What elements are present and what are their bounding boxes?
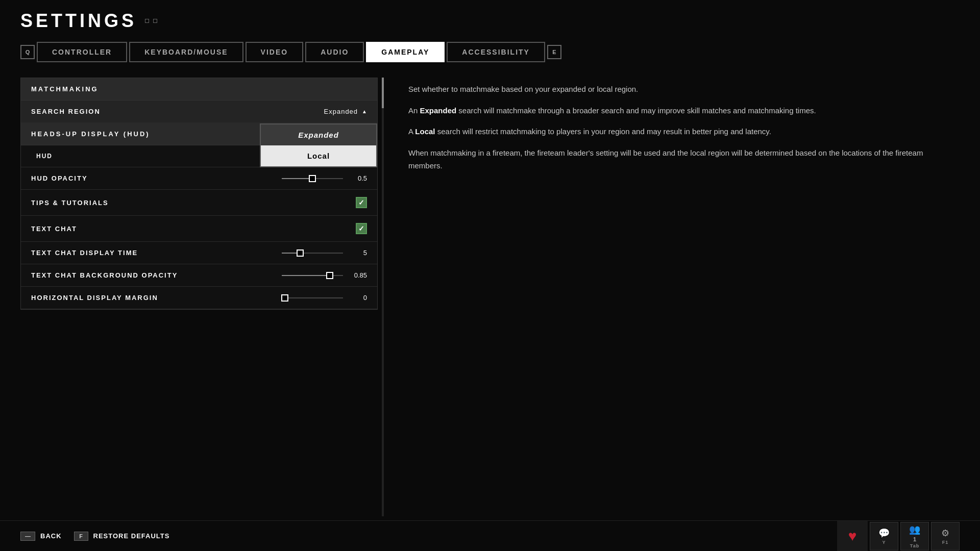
tips-tutorials-checkbox[interactable]: ✓ [356, 197, 367, 208]
info-expanded-bold: Expanded [420, 106, 457, 115]
text-chat-control: ✓ [356, 223, 367, 234]
scrollbar-thumb[interactable] [382, 78, 384, 108]
bottom-left-actions: — Back F Restore Defaults [20, 532, 169, 541]
hud-chat-button[interactable]: 💬 Y [870, 522, 898, 550]
player-count: 1 [913, 536, 916, 542]
content-area: MATCHMAKING SEARCH REGION Expanded ▲ Exp [20, 78, 960, 516]
search-region-control: Expanded ▲ Expanded Local [324, 108, 367, 115]
dropdown-option-expanded[interactable]: Expanded [261, 124, 376, 145]
restore-key-icon: F [74, 532, 88, 541]
info-line-2: An Expanded search will matchmake throug… [408, 104, 949, 117]
back-label: Back [40, 532, 62, 540]
hud-opacity-control: 0.5 [282, 174, 367, 182]
text-chat-bg-opacity-control: 0.85 [282, 271, 367, 279]
players-key: Tab [910, 543, 919, 548]
title-dot-1 [145, 19, 149, 23]
horizontal-display-margin-label: HORIZONTAL DISPLAY MARGIN [31, 294, 158, 302]
info-line-4: When matchmaking in a fireteam, the fire… [408, 146, 949, 172]
gear-icon: ⚙ [941, 528, 949, 539]
horizontal-display-margin-track[interactable] [282, 297, 343, 298]
search-region-popup: Expanded Local [260, 123, 377, 167]
info-line-1: Set whether to matchmake based on your e… [408, 83, 949, 96]
left-nav-key: Q [20, 45, 35, 59]
section-matchmaking: MATCHMAKING [21, 78, 377, 101]
hud-opacity-fill [282, 178, 312, 179]
hud-opacity-label: HUD OPACITY [31, 174, 88, 182]
setting-text-chat: TEXT CHAT ✓ [21, 216, 377, 242]
text-chat-checkmark: ✓ [358, 224, 364, 233]
chat-icon: 💬 [878, 528, 890, 539]
text-chat-bg-opacity-fill [282, 275, 330, 276]
nav-tabs: Q CONTROLLER KEYBOARD/MOUSE VIDEO AUDIO … [20, 42, 960, 62]
setting-text-chat-display-time: TEXT CHAT DISPLAY TIME 5 [21, 242, 377, 264]
dropdown-arrow-icon: ▲ [362, 109, 367, 114]
scrollbar[interactable] [382, 78, 384, 516]
text-chat-display-time-control: 5 [282, 249, 367, 257]
search-region-label: SEARCH REGION [31, 108, 101, 115]
setting-search-region[interactable]: SEARCH REGION Expanded ▲ Expanded [21, 101, 377, 123]
hud-settings-button[interactable]: ⚙ F1 [931, 522, 960, 550]
info-panel: Set whether to matchmake based on your e… [398, 78, 960, 516]
restore-defaults-action[interactable]: F Restore Defaults [74, 532, 170, 541]
title-text: SETTINGS [20, 10, 137, 32]
text-chat-display-time-value: 5 [349, 249, 367, 257]
tab-keyboard-mouse[interactable]: KEYBOARD/MOUSE [129, 42, 243, 62]
horizontal-display-margin-control: 0 [282, 294, 367, 302]
tab-gameplay[interactable]: GAMEPLAY [366, 42, 445, 62]
players-icon: 👥 [909, 524, 920, 535]
hud-opacity-thumb[interactable] [309, 175, 316, 182]
tips-tutorials-label: TIPS & TUTORIALS [31, 199, 109, 207]
horizontal-display-margin-thumb[interactable] [281, 294, 288, 302]
setting-hud-opacity: HUD OPACITY 0.5 [21, 167, 377, 190]
info-line-3: A Local search will restrict matchmaking… [408, 125, 949, 138]
text-chat-checkbox[interactable]: ✓ [356, 223, 367, 234]
text-chat-label: TEXT CHAT [31, 225, 77, 233]
back-action[interactable]: — Back [20, 532, 62, 541]
text-chat-bg-opacity-track[interactable] [282, 275, 343, 276]
setting-tips-tutorials: TIPS & TUTORIALS ✓ [21, 190, 377, 216]
dropdown-option-local[interactable]: Local [261, 145, 376, 166]
text-chat-bg-opacity-thumb[interactable] [326, 272, 333, 279]
search-region-value: Expanded [324, 108, 358, 115]
text-chat-display-time-track[interactable] [282, 253, 343, 254]
tips-tutorials-control: ✓ [356, 197, 367, 208]
setting-horizontal-display-margin: HORIZONTAL DISPLAY MARGIN 0 [21, 287, 377, 309]
right-nav-key: E [547, 45, 561, 59]
text-chat-display-time-thumb[interactable] [297, 249, 304, 257]
settings-panel: MATCHMAKING SEARCH REGION Expanded ▲ Exp [20, 78, 378, 516]
back-key-icon: — [20, 532, 35, 541]
text-chat-bg-opacity-value: 0.85 [349, 271, 367, 279]
hud-players-button[interactable]: 👥 1 Tab [900, 522, 929, 550]
hud-opacity-track[interactable] [282, 178, 343, 179]
tips-tutorials-checkmark: ✓ [358, 198, 364, 207]
settings-key: F1 [942, 540, 949, 545]
tab-audio[interactable]: AUDIO [305, 42, 364, 62]
restore-label: Restore Defaults [93, 532, 170, 540]
tab-video[interactable]: VIDEO [246, 42, 304, 62]
setting-text-chat-bg-opacity: TEXT CHAT BACKGROUND OPACITY 0.85 [21, 264, 377, 287]
horizontal-display-margin-value: 0 [349, 294, 367, 302]
settings-list: MATCHMAKING SEARCH REGION Expanded ▲ Exp [20, 78, 378, 310]
tab-accessibility[interactable]: ACCESSIBILITY [447, 42, 545, 62]
title-decoration [145, 19, 157, 23]
text-chat-bg-opacity-label: TEXT CHAT BACKGROUND OPACITY [31, 271, 178, 279]
text-chat-display-time-label: TEXT CHAT DISPLAY TIME [31, 249, 138, 257]
hud-label: HUD [31, 153, 53, 160]
bottom-bar: — Back F Restore Defaults ♥ 💬 Y 👥 1 Tab … [0, 520, 980, 551]
hud-opacity-value: 0.5 [349, 174, 367, 182]
info-local-bold: Local [415, 127, 435, 136]
tab-controller[interactable]: CONTROLLER [37, 42, 127, 62]
chat-key: Y [882, 540, 886, 545]
bottom-right-hud: ♥ 💬 Y 👥 1 Tab ⚙ F1 [837, 521, 960, 552]
heart-icon: ♥ [837, 521, 868, 552]
search-region-dropdown[interactable]: Expanded ▲ [324, 108, 367, 115]
settings-title: SETTINGS [20, 10, 960, 32]
title-dot-2 [153, 19, 157, 23]
